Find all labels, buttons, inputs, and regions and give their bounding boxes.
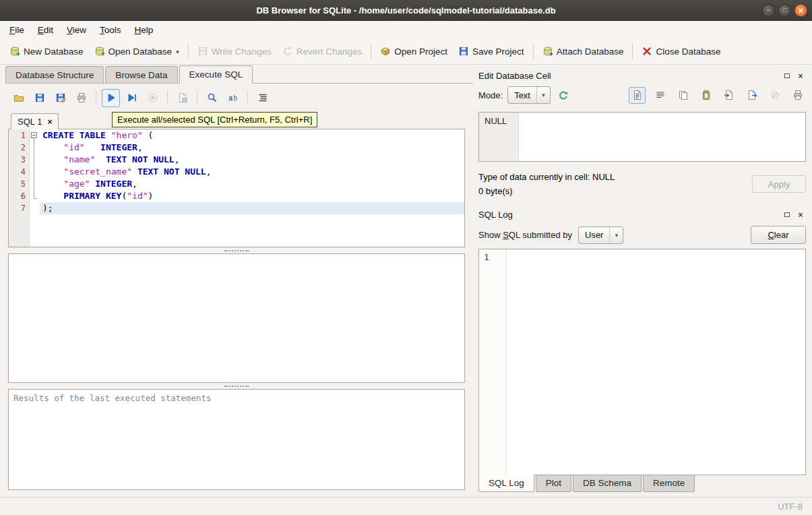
save-sql-file-icon bbox=[34, 92, 45, 103]
toolbar-attach-database-button[interactable]: Attach Database bbox=[537, 42, 629, 60]
toolbar-close-database-button[interactable]: Close Database bbox=[636, 42, 726, 60]
execution-log[interactable]: Results of the last executed statements bbox=[8, 389, 465, 490]
cell-editor[interactable]: NULL bbox=[478, 112, 806, 162]
toolbar-open-project-button[interactable]: Open Project bbox=[375, 42, 453, 60]
mode-value: Text bbox=[514, 90, 530, 100]
window-controls bbox=[762, 4, 807, 17]
print-sql-button[interactable] bbox=[72, 89, 90, 107]
format-sql-icon bbox=[257, 92, 268, 103]
edit-cell-header: Edit Database Cell bbox=[478, 69, 806, 82]
float-dock-button[interactable] bbox=[782, 210, 792, 220]
tab-browse-data[interactable]: Browse Data bbox=[105, 66, 177, 83]
sql-editor[interactable]: 1CREATE TABLE "hero" (2 "id" INTEGER,3 "… bbox=[8, 129, 465, 247]
copy-cell-button[interactable] bbox=[675, 87, 691, 104]
clear-button[interactable]: Clear bbox=[751, 226, 806, 244]
import-cell-icon bbox=[724, 90, 735, 100]
float-dock-button[interactable] bbox=[782, 71, 792, 81]
line-number: 3 bbox=[9, 154, 29, 166]
statusbar: UTF-8 bbox=[0, 497, 812, 515]
open-sql-file-button[interactable] bbox=[9, 89, 28, 107]
export-cell-button[interactable] bbox=[743, 87, 760, 104]
paste-cell-button[interactable] bbox=[697, 87, 714, 104]
editor-line[interactable]: 2 "id" INTEGER, bbox=[9, 142, 464, 154]
chevron-down-icon bbox=[609, 227, 623, 243]
editor-line[interactable]: 4 "secret_name" TEXT NOT NULL, bbox=[9, 166, 464, 178]
fold-guide bbox=[29, 142, 40, 154]
tab-database-structure[interactable]: Database Structure bbox=[5, 66, 104, 83]
splitter-handle[interactable] bbox=[8, 383, 465, 389]
format-sql-button[interactable] bbox=[253, 89, 272, 107]
align-button[interactable] bbox=[652, 87, 668, 104]
dock-tab-sql-log[interactable]: SQL Log bbox=[478, 475, 534, 492]
menu-tools[interactable]: Tools bbox=[93, 22, 128, 38]
close-dock-button[interactable] bbox=[795, 210, 806, 220]
titlebar[interactable]: DB Browser for SQLite - /home/user/code/… bbox=[0, 0, 812, 21]
toolbar-separator bbox=[167, 91, 168, 104]
dock-tab-remote[interactable]: Remote bbox=[643, 475, 695, 492]
menu-help[interactable]: Help bbox=[128, 22, 160, 38]
align-icon bbox=[655, 90, 666, 100]
editor-line[interactable]: 1CREATE TABLE "hero" ( bbox=[9, 129, 464, 142]
toolbar-button-label: Attach Database bbox=[557, 47, 624, 57]
minimize-icon[interactable] bbox=[762, 4, 775, 17]
encoding-indicator[interactable]: UTF-8 bbox=[778, 502, 803, 512]
mode-select[interactable]: Text bbox=[507, 86, 551, 104]
close-icon[interactable] bbox=[794, 4, 807, 17]
menu-view[interactable]: View bbox=[60, 22, 93, 38]
menu-file[interactable]: File bbox=[3, 22, 31, 38]
execute-tooltip: Execute all/selected SQL [Ctrl+Return, F… bbox=[112, 112, 317, 127]
autocomplete-button[interactable]: ab bbox=[224, 89, 242, 107]
edit-cell-toolbar: Mode: Text bbox=[478, 85, 806, 105]
import-cell-button[interactable] bbox=[720, 87, 737, 104]
toolbar-separator bbox=[247, 91, 248, 104]
save-results-button bbox=[173, 89, 191, 107]
apply-button[interactable]: Apply bbox=[752, 175, 806, 193]
sql-log-view[interactable]: 1 bbox=[478, 249, 806, 475]
dock-tab-plot[interactable]: Plot bbox=[536, 475, 571, 492]
chevron-down-icon[interactable]: ▾ bbox=[176, 49, 179, 57]
fold-toggle-icon[interactable] bbox=[29, 129, 40, 142]
maximize-icon[interactable] bbox=[778, 4, 791, 17]
save-sql-as-icon bbox=[55, 92, 66, 103]
left-pane: Database StructureBrowse DataExecute SQL… bbox=[0, 65, 473, 497]
save-sql-file-button[interactable] bbox=[30, 89, 49, 107]
line-number: 2 bbox=[9, 142, 29, 154]
toolbar-save-project-button[interactable]: Save Project bbox=[453, 42, 530, 60]
results-grid[interactable] bbox=[8, 253, 465, 383]
execute-all-button[interactable] bbox=[102, 89, 120, 107]
close-dock-button[interactable] bbox=[795, 71, 806, 81]
editor-line[interactable]: 3 "name" TEXT NOT NULL, bbox=[9, 154, 464, 166]
submitted-by-select[interactable]: User bbox=[578, 226, 623, 244]
editor-line[interactable]: 7); bbox=[9, 202, 464, 214]
sql-log-header: SQL Log bbox=[478, 208, 806, 221]
editor-line[interactable]: 6 PRIMARY KEY("id") bbox=[9, 190, 464, 202]
save-sql-as-button[interactable] bbox=[51, 89, 69, 107]
toolbar-button-label: Write Changes bbox=[212, 47, 272, 57]
toolbar-new-database-button[interactable]: New Database bbox=[4, 42, 89, 60]
text-view-button[interactable] bbox=[629, 87, 646, 104]
toolbar-button-label: Close Database bbox=[656, 47, 720, 57]
open-sql-file-icon bbox=[13, 92, 24, 103]
find-replace-button[interactable] bbox=[203, 89, 221, 107]
save-results-icon bbox=[177, 92, 188, 103]
execute-line-button[interactable] bbox=[123, 89, 141, 107]
app-window: DB Browser for SQLite - /home/user/code/… bbox=[0, 0, 812, 515]
editor-line[interactable]: 5 "age" INTEGER, bbox=[9, 178, 464, 190]
float-icon bbox=[784, 212, 790, 217]
sql-tab[interactable]: SQL 1 bbox=[11, 113, 59, 129]
print-cell-button[interactable] bbox=[789, 87, 806, 104]
dock-tab-db-schema[interactable]: DB Schema bbox=[573, 475, 642, 492]
menu-edit[interactable]: Edit bbox=[31, 22, 60, 38]
auto-switch-mode-button[interactable] bbox=[555, 87, 572, 104]
toolbar-open-database-button[interactable]: Open Database▾ bbox=[89, 42, 185, 60]
cell-icon-group bbox=[629, 87, 806, 104]
fold-guide bbox=[29, 190, 40, 202]
splitter-handle[interactable] bbox=[8, 247, 465, 253]
toolbar-write-changes-button: Write Changes bbox=[192, 42, 277, 60]
toolbar-button-label: Revert Changes bbox=[296, 47, 363, 57]
cell-info-texts: Type of data currently in cell: NULL 0 b… bbox=[478, 170, 752, 198]
set-null-button bbox=[766, 87, 783, 104]
sql-tab-close-icon[interactable] bbox=[47, 118, 52, 126]
splitter-dots-icon bbox=[224, 386, 249, 387]
tab-execute-sql[interactable]: Execute SQL bbox=[179, 65, 253, 84]
